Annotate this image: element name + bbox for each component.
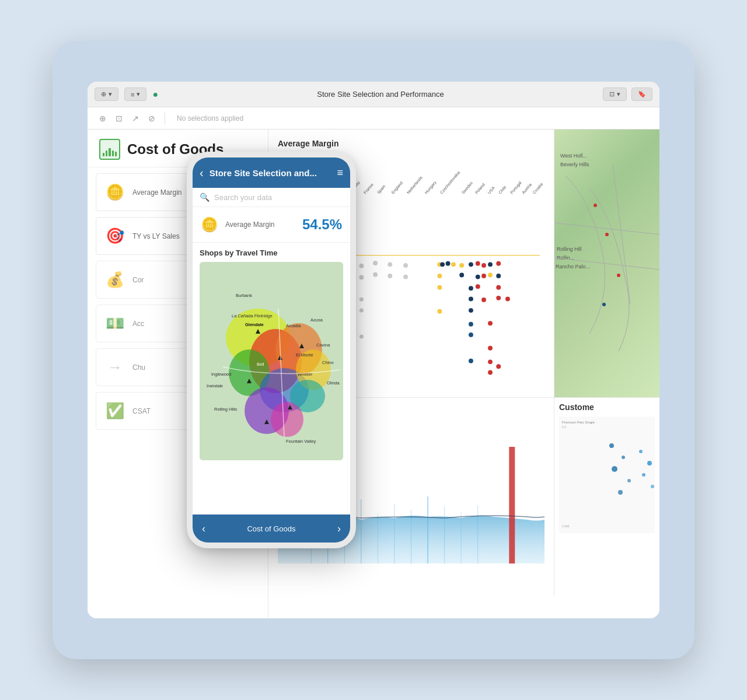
phone-search-bar[interactable]: 🔍 Search your data — [193, 188, 350, 207]
phone-back-button[interactable]: ‹ — [200, 166, 204, 180]
svg-point-61 — [496, 285, 501, 290]
svg-text:Chino: Chino — [322, 360, 334, 365]
browser-title: Store Site Selection and Performance — [164, 90, 597, 99]
svg-point-43 — [359, 275, 364, 279]
svg-point-69 — [505, 296, 510, 301]
svg-text:Arcadia: Arcadia — [286, 323, 301, 328]
phone-coins-icon: 🪙 — [201, 216, 218, 233]
csat-icon: ✅ — [104, 402, 125, 420]
phone-overlay: ‹ Store Site Selection and... ≡ 🔍 Search… — [187, 152, 356, 548]
svg-point-88 — [602, 303, 606, 306]
svg-text:Portugal: Portugal — [509, 180, 523, 195]
svg-text:0.2: 0.2 — [562, 425, 566, 429]
phone-kpi-label: Average Margin — [225, 220, 295, 229]
export-icon[interactable]: ↗ — [130, 111, 141, 125]
svg-point-105 — [612, 466, 617, 472]
svg-text:Sweden: Sweden — [461, 181, 474, 195]
svg-text:Covina: Covina — [316, 342, 330, 348]
phone-nav-label: Cost of Goods — [247, 524, 295, 533]
bar4 — [112, 150, 114, 156]
svg-point-31 — [451, 262, 456, 267]
svg-rect-100 — [509, 447, 515, 564]
svg-point-27 — [403, 263, 408, 268]
display-arrow: ▾ — [617, 90, 620, 98]
bar2 — [106, 150, 107, 156]
phone-map-title: Shops by Travel Time — [200, 249, 343, 257]
svg-point-104 — [622, 456, 625, 459]
svg-point-50 — [481, 274, 486, 278]
phone-prev-btn[interactable]: ‹ — [202, 523, 205, 535]
customer-chart-svg: Premium Petz Single 0.2 — [559, 416, 655, 533]
phone-map-view[interactable]: La Cañada Flintridge Burbank Glendale Ar… — [200, 262, 343, 460]
svg-text:Burbank: Burbank — [236, 293, 252, 298]
toolbar: ⊕ ⊡ ↗ ⊘ No selections applied — [88, 107, 659, 130]
svg-point-49 — [476, 275, 480, 279]
dollar-circle-icon: 💰 — [104, 271, 125, 289]
svg-point-45 — [388, 274, 392, 278]
svg-point-33 — [469, 262, 473, 267]
dropdown-arrow-1: ▾ — [109, 90, 112, 98]
svg-text:Irwindale: Irwindale — [207, 384, 223, 388]
svg-point-87 — [617, 274, 620, 277]
phone-map-svg: La Cañada Flintridge Burbank Glendale Ar… — [200, 262, 343, 460]
phone-search-placeholder: Search your data — [214, 193, 272, 202]
svg-point-65 — [359, 298, 364, 302]
svg-point-110 — [642, 473, 645, 477]
svg-point-111 — [651, 485, 654, 488]
svg-point-37 — [496, 261, 501, 266]
svg-point-75 — [469, 322, 473, 327]
bar1 — [103, 153, 104, 156]
svg-point-29 — [440, 262, 445, 267]
delivery-map: West Holl... Beverly Hills Rolling Hill … — [554, 130, 659, 397]
select-icon[interactable]: ⊕ — [97, 111, 109, 125]
browser-chrome: ⊕ ▾ ≡ ▾ ● Store Site Selection and Perfo… — [88, 82, 659, 107]
bookmark-icon: 🔖 — [638, 90, 646, 98]
svg-text:La Cañada Flintridge: La Cañada Flintridge — [232, 313, 273, 318]
phone-menu-icon[interactable]: ≡ — [337, 167, 343, 179]
customer-chart: Premium Petz Single 0.2 — [559, 416, 655, 533]
list-icon: ≡ — [131, 91, 134, 98]
svg-point-47 — [437, 274, 442, 278]
svg-point-108 — [639, 450, 643, 453]
dropdown-arrow-2: ▾ — [137, 90, 140, 98]
svg-text:Fountain Valley: Fountain Valley — [286, 439, 316, 444]
svg-text:Premium Petz Single: Premium Petz Single — [562, 421, 595, 424]
svg-text:Glendale: Glendale — [245, 322, 264, 327]
svg-point-26 — [388, 262, 392, 267]
svg-text:Austria: Austria — [521, 182, 532, 194]
svg-point-86 — [605, 233, 609, 236]
svg-point-24 — [359, 264, 364, 268]
svg-point-78 — [359, 334, 364, 338]
svg-text:Netherlands: Netherlands — [406, 175, 424, 195]
avg-margin-chart-title: Average Margin — [278, 139, 544, 148]
display-btn[interactable]: ⊡ ▾ — [603, 88, 627, 101]
svg-text:Poland: Poland — [474, 182, 486, 194]
phone-kpi-card[interactable]: 🪙 Average Margin 54.5% — [193, 207, 350, 243]
svg-point-32 — [459, 263, 464, 268]
acc-icon: 💵 — [104, 314, 125, 332]
bookmark-btn[interactable]: 🔖 — [631, 88, 652, 101]
svg-text:USA: USA — [487, 186, 495, 195]
display-icon: ⊡ — [609, 90, 615, 98]
marquee-icon[interactable]: ⊡ — [113, 111, 125, 125]
svg-point-60 — [476, 284, 480, 289]
browser-right-controls: ⊡ ▾ 🔖 — [603, 88, 652, 101]
search-icon: 🔍 — [200, 192, 210, 202]
no-selections-label: No selections applied — [177, 114, 243, 123]
phone-next-btn[interactable]: › — [337, 523, 341, 535]
nav-btn-1[interactable]: ⊕ ▾ — [95, 88, 118, 101]
nav-btn-2[interactable]: ≡ ▾ — [124, 88, 146, 101]
phone-app-title: Store Site Selection and... — [210, 168, 331, 178]
customer-panel: Custome Premium Petz Single 0.2 — [554, 398, 659, 596]
svg-point-79 — [469, 332, 473, 337]
svg-point-67 — [481, 298, 486, 302]
svg-point-107 — [618, 490, 623, 495]
clear-icon[interactable]: ⊘ — [146, 111, 158, 125]
chart-icon — [99, 139, 120, 160]
main-content: Cost of Goods 🪙 Average Margin 54.5% 🎯 T… — [88, 130, 659, 618]
favicon-icon: ● — [152, 89, 158, 100]
target-icon: 🎯 — [104, 227, 125, 245]
svg-point-48 — [459, 273, 464, 278]
svg-point-122 — [271, 402, 303, 437]
map-svg — [554, 130, 659, 397]
